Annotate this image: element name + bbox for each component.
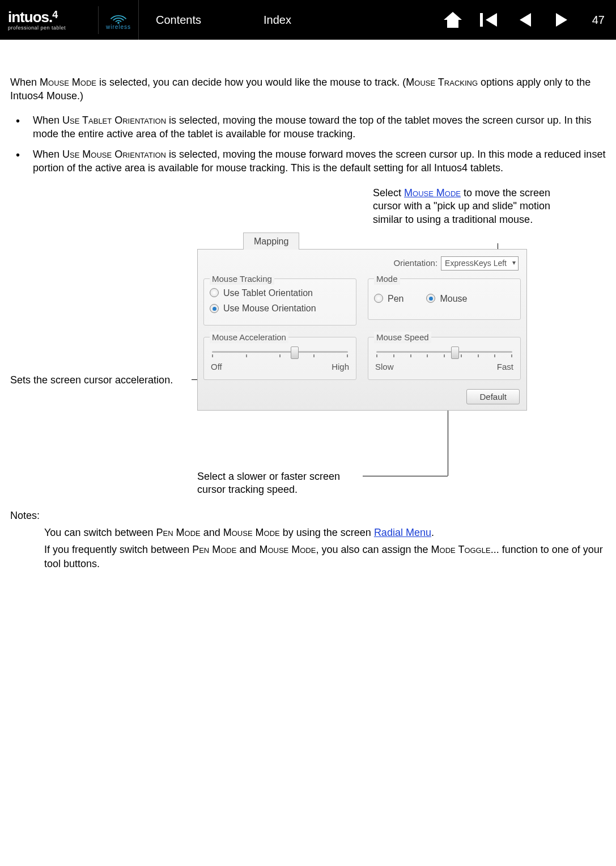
figure-area: Select Mouse Mode to move the screen cur… (10, 187, 606, 504)
wireless-label: wireless (106, 24, 131, 30)
page-content: When Mouse Mode is selected, you can dec… (0, 40, 616, 571)
notes-section: Notes: You can switch between Pen Mode a… (10, 509, 606, 571)
radio-mouse-orientation[interactable]: Use Mouse Orientation (210, 302, 350, 315)
page-number-top: 47 (587, 14, 605, 27)
wireless-badge: wireless (99, 0, 139, 40)
mapping-tab[interactable]: Mapping (243, 233, 299, 250)
nav-icons: 47 (441, 9, 605, 31)
mouse-speed-group: Mouse Speed SlowFast (368, 337, 521, 380)
callout-mouse-mode: Select Mouse Mode to move the screen cur… (373, 187, 554, 226)
notes-heading: Notes: (10, 509, 606, 522)
logo-subtitle: professional pen tablet (8, 25, 90, 31)
callout-speed: Select a slower or faster screen cursor … (197, 470, 362, 497)
radio-mouse[interactable]: Mouse (426, 293, 467, 305)
logo: intuos.4 professional pen tablet (0, 6, 99, 34)
mouse-acceleration-group: Mouse Acceleration OffHigh (203, 337, 356, 380)
radial-menu-link[interactable]: Radial Menu (374, 527, 431, 538)
mouse-tracking-title: Mouse Tracking (210, 273, 274, 285)
bullet-2: When Use Mouse Orientation is selected, … (10, 147, 606, 175)
radio-pen[interactable]: Pen (374, 293, 403, 305)
connector-speed-h (363, 476, 448, 476)
nav-links: Contents Index (139, 14, 291, 27)
intro-paragraph: When Mouse Mode is selected, you can dec… (10, 75, 606, 103)
bullet-list: When Use Tablet Orientation is selected,… (10, 113, 606, 175)
header-bar: intuos.4 professional pen tablet wireles… (0, 0, 616, 40)
speed-title: Mouse Speed (374, 332, 431, 343)
mouse-mode-link[interactable]: Mouse Mode (404, 187, 461, 198)
home-icon[interactable] (441, 9, 464, 31)
orientation-label: Orientation: (394, 257, 438, 269)
bullet-1: When Use Tablet Orientation is selected,… (10, 113, 606, 141)
orientation-row: Orientation: ExpressKeys Left (198, 250, 526, 273)
mapping-dialog: Mapping Orientation: ExpressKeys Left Mo… (197, 249, 527, 411)
contents-link[interactable]: Contents (156, 14, 201, 27)
orientation-dropdown[interactable]: ExpressKeys Left (441, 256, 519, 271)
logo-suffix: 4 (52, 9, 57, 20)
prev-page-icon[interactable] (514, 9, 537, 31)
mouse-tracking-group: Mouse Tracking Use Tablet Orientation Us… (203, 278, 356, 326)
wifi-icon (109, 10, 128, 24)
speed-slider[interactable] (376, 345, 512, 359)
logo-text: intuos. (8, 9, 52, 26)
radio-tablet-orientation[interactable]: Use Tablet Orientation (210, 287, 350, 299)
note-2: If you frequently switch between Pen Mod… (44, 543, 606, 571)
accel-title: Mouse Acceleration (210, 332, 288, 343)
accel-slider[interactable] (212, 345, 348, 359)
svg-rect-1 (480, 13, 483, 27)
next-page-icon[interactable] (550, 9, 573, 31)
default-button[interactable]: Default (466, 389, 520, 404)
callout-acceleration: Sets the screen cursor acceleration. (10, 374, 192, 387)
first-page-icon[interactable] (478, 9, 500, 31)
mode-group: Mode Pen Mouse (368, 278, 521, 320)
note-1: You can switch between Pen Mode and Mous… (44, 526, 606, 539)
index-link[interactable]: Index (264, 14, 291, 27)
mode-title: Mode (374, 273, 400, 285)
